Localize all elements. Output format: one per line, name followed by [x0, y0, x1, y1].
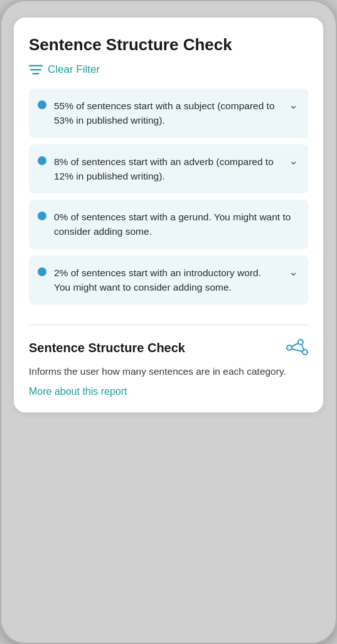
- dot-icon: [38, 100, 46, 109]
- info-header: Sentence Structure Check: [29, 338, 308, 358]
- clear-filter-label: Clear Filter: [48, 63, 100, 76]
- svg-point-3: [287, 345, 292, 350]
- chevron-down-icon[interactable]: ⌄: [287, 155, 299, 166]
- items-list: 55% of sentences start with a subject (c…: [29, 89, 308, 304]
- info-description: Informs the user how many sentences are …: [29, 364, 308, 378]
- phone-container: Sentence Structure Check Clear Filter 55…: [0, 0, 337, 644]
- list-item[interactable]: 2% of sentences start with an introducto…: [29, 255, 308, 305]
- network-icon: [284, 338, 308, 358]
- page-title: Sentence Structure Check: [29, 35, 308, 55]
- svg-line-7: [292, 349, 302, 352]
- divider: [29, 325, 308, 325]
- dot-icon: [38, 156, 46, 165]
- main-card: Sentence Structure Check Clear Filter 55…: [14, 18, 323, 412]
- item-text: 55% of sentences start with a subject (c…: [54, 99, 280, 128]
- svg-line-8: [302, 345, 304, 350]
- dot-icon: [38, 212, 46, 220]
- item-text: 2% of sentences start with an introducto…: [54, 266, 280, 295]
- dot-icon: [38, 267, 46, 276]
- chevron-down-icon[interactable]: ⌄: [287, 99, 299, 110]
- info-title: Sentence Structure Check: [29, 341, 185, 355]
- item-text: 8% of sentences start with an adverb (co…: [54, 154, 280, 184]
- item-text: 0% of sentences start with a gerund. You…: [54, 210, 299, 239]
- clear-filter-button[interactable]: Clear Filter: [29, 63, 308, 76]
- list-item: 0% of sentences start with a gerund. You…: [29, 200, 308, 249]
- list-item[interactable]: 8% of sentences start with an adverb (co…: [29, 144, 308, 194]
- list-item[interactable]: 55% of sentences start with a subject (c…: [29, 89, 308, 138]
- svg-line-6: [292, 343, 298, 346]
- info-section: Sentence Structure Check Informs the use…: [29, 338, 308, 397]
- more-about-link[interactable]: More about this report: [29, 386, 308, 397]
- filter-icon: [29, 64, 43, 75]
- svg-point-4: [298, 340, 303, 345]
- svg-point-5: [302, 350, 308, 355]
- chevron-down-icon[interactable]: ⌄: [287, 266, 299, 277]
